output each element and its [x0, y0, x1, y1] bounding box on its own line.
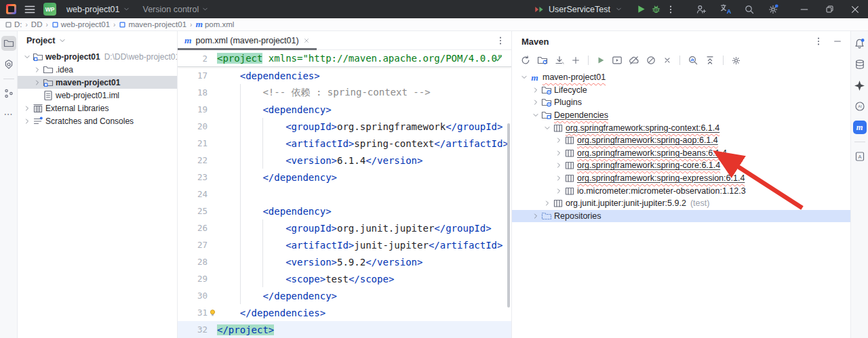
toggle-offline-mode-icon[interactable]: [629, 55, 639, 66]
more-actions-kebab[interactable]: [666, 5, 675, 14]
code-line-30[interactable]: 30 </dependency>: [178, 287, 511, 304]
tab-pom-xml[interactable]: m pom.xml (maven-project01): [178, 31, 317, 49]
code-line-20[interactable]: 20 <groupId>org.springframework</groupId…: [178, 118, 511, 135]
toolwindow-translation-tool[interactable]: A: [852, 149, 867, 164]
maven-tree-row[interactable]: org.springframework:spring-beans:6.1.4: [512, 147, 850, 160]
search-everywhere-icon[interactable]: [744, 4, 755, 15]
code-line-32[interactable]: 32</project>: [178, 321, 511, 338]
toolwindow-settings-tool[interactable]: [1, 57, 16, 72]
project-panel-header[interactable]: Project: [18, 31, 177, 50]
project-tree-row[interactable]: .idea: [18, 63, 177, 76]
window-minimize-button[interactable]: [800, 5, 809, 14]
code-line-29[interactable]: 29 <scope>test</scope>: [178, 270, 511, 287]
project-tree-row[interactable]: web-project01D:\DD\web-project01: [18, 50, 177, 63]
maven-tree-row[interactable]: Dependencies: [512, 109, 850, 122]
debug-button[interactable]: [651, 4, 661, 14]
chevron-down-icon[interactable]: [520, 73, 528, 81]
editor-scrollbar[interactable]: [507, 123, 510, 308]
run-maven-build-icon[interactable]: [596, 56, 606, 65]
toolwindow-database-tool[interactable]: [852, 57, 867, 72]
maven-tree-row[interactable]: mmaven-project01: [512, 71, 850, 84]
chevron-right-icon[interactable]: [532, 98, 540, 106]
dependency-analyzer-icon[interactable]: [688, 55, 698, 66]
project-tree-row[interactable]: maven-project01: [18, 76, 177, 89]
reload-maven-projects-icon[interactable]: [520, 55, 531, 66]
code-line-28[interactable]: 28 <version>5.9.2</version>: [178, 253, 511, 270]
chevron-right-icon[interactable]: [555, 174, 563, 182]
window-restore-button[interactable]: [825, 5, 834, 14]
maven-options-kebab[interactable]: [814, 37, 823, 46]
chevron-right-icon[interactable]: [555, 149, 563, 157]
run-config-selector[interactable]: UserServiceTest: [549, 5, 610, 14]
settings-gear-icon[interactable]: [768, 4, 778, 15]
editor-body[interactable]: 2<project xmlns="http://maven.apache.org…: [178, 50, 511, 338]
maven-tree-row[interactable]: Lifecycle: [512, 84, 850, 97]
chevron-right-icon[interactable]: [23, 117, 31, 125]
code-line-31[interactable]: 31 </dependencies>: [178, 304, 511, 321]
maven-tree-row[interactable]: Plugins: [512, 96, 850, 109]
chevron-right-icon[interactable]: [555, 136, 563, 144]
maven-tree-row[interactable]: org.springframework:spring-core:6.1.4: [512, 159, 850, 172]
chevron-down-icon[interactable]: [543, 124, 551, 132]
add-maven-project-icon[interactable]: [571, 56, 580, 65]
code-line-19[interactable]: 19 <dependency>: [178, 101, 511, 118]
code-line-26[interactable]: 26 <groupId>org.junit.jupiter</groupId>: [178, 219, 511, 236]
breadcrumb-item[interactable]: web-project01: [50, 20, 111, 28]
download-sources-icon[interactable]: [554, 55, 565, 66]
breadcrumb-item[interactable]: D:: [3, 20, 24, 28]
maven-settings-icon[interactable]: [731, 56, 741, 66]
vcs-widget[interactable]: Version control: [140, 3, 212, 16]
editor[interactable]: m pom.xml (maven-project01) 2<project xm…: [178, 31, 511, 338]
skip-tests-mode-icon[interactable]: [646, 55, 656, 66]
maven-tree-row[interactable]: org.junit.jupiter:junit-jupiter:5.9.2(te…: [512, 197, 850, 210]
chevron-down-icon[interactable]: [23, 53, 31, 61]
breadcrumb-item[interactable]: DD: [30, 20, 44, 28]
code-line-21[interactable]: 21 <artifactId>spring-context</artifactI…: [178, 135, 511, 152]
code-line-22[interactable]: 22 <version>6.1.4</version>: [178, 152, 511, 169]
maven-hide-icon[interactable]: [833, 37, 842, 46]
maven-tree-row[interactable]: org.springframework:spring-aop:6.1.4: [512, 134, 850, 147]
toolwindow-structure-tool[interactable]: [1, 86, 16, 101]
breadcrumb-item[interactable]: maven-project01: [117, 20, 188, 28]
code-line-18[interactable]: 18 <!-- 依赖 : spring-context -->: [178, 84, 511, 101]
project-tree-row[interactable]: External Libraries: [18, 102, 177, 114]
inspections-ok-icon[interactable]: [494, 54, 503, 63]
intention-bulb-icon[interactable]: [208, 308, 217, 317]
toolwindow-plugin-tool[interactable]: [852, 78, 867, 93]
generate-sources-icon[interactable]: [537, 55, 548, 66]
maven-tree-row[interactable]: org.springframework:spring-context:6.1.4: [512, 121, 850, 134]
chevron-right-icon[interactable]: [532, 212, 540, 220]
tab-close-icon[interactable]: [303, 37, 310, 44]
chevron-right-icon[interactable]: [33, 79, 41, 87]
code-line-27[interactable]: 27 <artifactId>junit-jupiter</artifactId…: [178, 236, 511, 253]
editor-options-kebab[interactable]: [496, 36, 505, 45]
chevron-down-icon[interactable]: [532, 111, 540, 119]
project-tree-row[interactable]: Scratches and Consoles: [18, 114, 177, 127]
chevron-right-icon[interactable]: [555, 161, 563, 169]
breadcrumb-item[interactable]: mpom.xml: [194, 20, 235, 29]
chevron-right-icon[interactable]: [33, 66, 41, 74]
run-button[interactable]: [636, 4, 646, 14]
chevron-right-icon[interactable]: [532, 86, 540, 94]
chevron-right-icon[interactable]: [543, 199, 551, 207]
collapse-all-icon[interactable]: [663, 56, 672, 65]
chevron-right-icon[interactable]: [555, 187, 563, 195]
maven-tree-row[interactable]: io.micrometer:micrometer-observation:1.1…: [512, 184, 850, 197]
toolwindow-more-tool-windows[interactable]: ⋯: [1, 107, 16, 122]
main-menu-icon[interactable]: [24, 3, 36, 16]
maven-tree-row[interactable]: Repositories: [512, 210, 850, 223]
project-tree-row[interactable]: web-project01.iml: [18, 89, 177, 102]
maven-tree-row[interactable]: org.springframework:spring-expression:6.…: [512, 172, 850, 185]
execute-maven-goal-icon[interactable]: [612, 55, 623, 66]
chevron-down-icon[interactable]: [615, 5, 623, 13]
translate-icon[interactable]: A: [719, 3, 731, 15]
toolwindow-notifications[interactable]: [852, 36, 867, 51]
code-line-24[interactable]: 24: [178, 186, 511, 203]
project-avatar[interactable]: WP: [43, 3, 56, 16]
toolwindow-project-tool[interactable]: [1, 36, 16, 51]
code-line-23[interactable]: 23 </dependency>: [178, 169, 511, 186]
toolwindow-maven-tool[interactable]: m: [852, 120, 867, 135]
code-line-25[interactable]: 25 <dependency>: [178, 203, 511, 219]
toolwindow-ai-assistant-tool[interactable]: AI: [852, 99, 867, 114]
expand-all-icon[interactable]: [705, 55, 715, 66]
